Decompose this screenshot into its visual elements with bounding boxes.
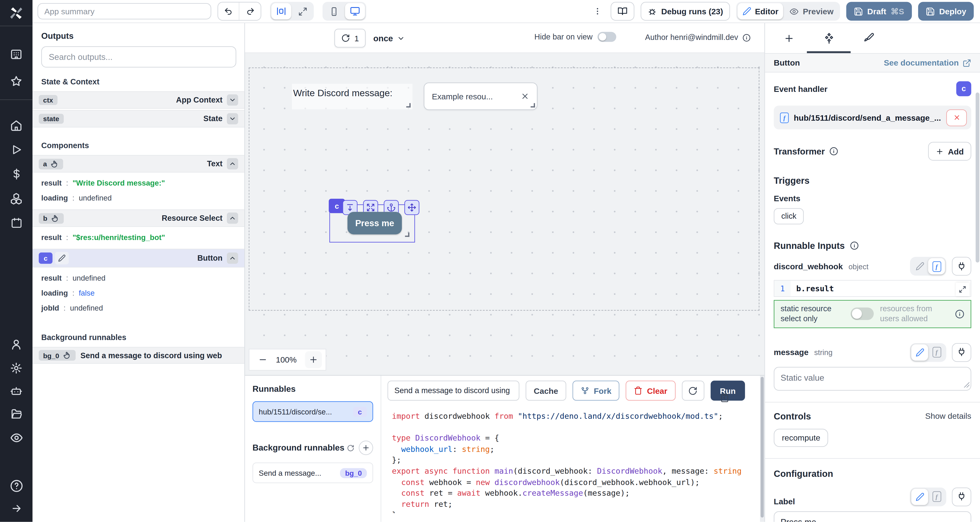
refresh-count: 1 xyxy=(354,33,359,43)
zoom-in-button[interactable] xyxy=(305,351,322,368)
sidebar-item-workspace[interactable] xyxy=(0,48,32,60)
clear-button[interactable]: Clear xyxy=(626,381,675,401)
sidebar-item-workers[interactable] xyxy=(0,385,32,398)
add-transformer-button[interactable]: Add xyxy=(928,142,971,161)
sidebar-item-settings[interactable] xyxy=(0,362,32,374)
mobile-view-button[interactable] xyxy=(324,3,344,19)
event-handler-script[interactable]: f hub/1511/discord/send_a_message_... xyxy=(774,106,971,129)
tab-insert[interactable] xyxy=(769,23,809,53)
connect-input-plug-icon[interactable] xyxy=(952,257,971,275)
resize-handle[interactable] xyxy=(406,103,410,108)
app-canvas[interactable]: Write Discord message: Example resou... … xyxy=(245,53,764,375)
remove-handler-button[interactable] xyxy=(946,109,967,126)
refresh-button[interactable] xyxy=(682,381,704,401)
add-background-runnable-button[interactable] xyxy=(359,441,373,455)
search-outputs-input[interactable] xyxy=(41,46,236,68)
eval-mode-function-icon[interactable]: f xyxy=(928,489,945,505)
sidebar-item-home[interactable] xyxy=(0,119,32,132)
fork-button[interactable]: Fork xyxy=(573,381,619,401)
zoom-level: 100% xyxy=(271,355,301,364)
textarea-resize-grip[interactable] xyxy=(964,382,969,387)
output-row-ctx[interactable]: ctx App Context xyxy=(32,91,244,109)
draft-button[interactable]: Draft ⌘S xyxy=(846,2,912,21)
sidebar-item-help[interactable] xyxy=(0,479,32,492)
show-details-link[interactable]: Show details xyxy=(925,411,971,420)
static-mode-pencil-icon[interactable] xyxy=(911,344,928,360)
sidebar-expand-icon[interactable] xyxy=(0,503,32,514)
desktop-view-button[interactable] xyxy=(345,3,365,19)
tab-theme[interactable] xyxy=(849,23,889,53)
sidebar-item-folders[interactable] xyxy=(0,408,32,420)
pencil-icon[interactable] xyxy=(55,252,69,264)
move-icon[interactable] xyxy=(404,200,420,215)
connect-input-plug-icon[interactable] xyxy=(952,343,971,361)
chevron-down-icon[interactable] xyxy=(227,94,238,106)
connect-input-plug-icon[interactable] xyxy=(952,487,971,506)
trash-icon xyxy=(634,386,643,395)
recompute-chip[interactable]: recompute xyxy=(774,428,829,447)
code-line: } xyxy=(392,509,764,513)
sidebar-item-users[interactable] xyxy=(0,338,32,351)
resource-mode-toggle[interactable] xyxy=(851,308,874,320)
tab-editor[interactable]: Editor xyxy=(738,3,784,19)
component-row-b[interactable]: b Resource Select xyxy=(32,209,244,227)
sidebar-item-favorites[interactable] xyxy=(0,75,32,88)
resize-handle[interactable] xyxy=(405,232,409,237)
eval-mode-function-icon[interactable]: f xyxy=(928,344,945,360)
tab-preview[interactable]: Preview xyxy=(785,3,838,19)
deploy-button[interactable]: Deploy xyxy=(918,2,974,21)
sidebar-item-resources[interactable] xyxy=(0,193,32,205)
static-mode-pencil-icon[interactable] xyxy=(911,258,928,274)
kebab-menu-icon[interactable] xyxy=(590,6,605,16)
redo-button[interactable] xyxy=(239,3,261,20)
code-editor[interactable]: import discordwebhook from "https://deno… xyxy=(381,407,765,513)
chevron-down-icon[interactable] xyxy=(227,113,238,124)
refresh-icon xyxy=(688,386,698,395)
docs-button[interactable] xyxy=(611,2,635,21)
expand-editor-icon[interactable] xyxy=(956,282,970,296)
clear-selection-icon[interactable] xyxy=(520,92,530,101)
settings-scrollbar[interactable] xyxy=(976,76,980,264)
runnable-name-input[interactable] xyxy=(387,381,519,401)
tab-settings[interactable] xyxy=(809,23,849,53)
editor-scrollbar[interactable] xyxy=(760,376,764,522)
bg-runnable-item[interactable]: Send a message... bg_0 xyxy=(253,463,373,483)
runnable-item-selected[interactable]: hub/1511/discord/se... c xyxy=(253,401,373,422)
run-mode-select[interactable]: once xyxy=(373,33,405,43)
eval-mode-function-icon[interactable]: f xyxy=(928,258,945,274)
message-static-value-input[interactable] xyxy=(774,367,971,390)
button-component-selection[interactable]: c Press me xyxy=(329,204,415,242)
see-documentation-link[interactable]: See documentation xyxy=(884,58,971,67)
chevron-up-icon[interactable] xyxy=(227,158,238,169)
component-a-outputs: result:"Write Discord message:" loading:… xyxy=(32,174,244,209)
refresh-count-button[interactable]: 1 xyxy=(334,29,366,48)
hide-bar-toggle[interactable] xyxy=(598,32,616,42)
chevron-up-icon[interactable] xyxy=(227,253,238,264)
resize-handle[interactable] xyxy=(531,103,535,108)
sidebar-item-audit-logs[interactable] xyxy=(0,431,32,444)
label-value-input[interactable]: Press me xyxy=(774,511,971,522)
windmill-logo-icon[interactable] xyxy=(0,5,32,21)
background-runnable-row[interactable]: bg_0 Send a message to discord using web… xyxy=(32,347,244,364)
text-component[interactable]: Write Discord message: xyxy=(292,84,413,109)
component-row-a[interactable]: a Text xyxy=(32,155,244,172)
centered-layout-button[interactable] xyxy=(271,3,291,19)
cache-button[interactable]: Cache xyxy=(526,381,566,401)
sidebar-item-runs[interactable] xyxy=(0,144,32,156)
zoom-out-button[interactable] xyxy=(258,355,267,364)
sidebar-item-schedules[interactable] xyxy=(0,217,32,229)
sidebar-item-variables[interactable] xyxy=(0,168,32,180)
chevron-up-icon[interactable] xyxy=(227,213,238,224)
debug-runs-button[interactable]: Debug runs (23) xyxy=(641,2,730,21)
fullscreen-layout-button[interactable] xyxy=(293,3,312,19)
component-row-c[interactable]: c Button xyxy=(32,249,244,268)
resources-from-users-label: resources from users allowed xyxy=(880,304,949,324)
resource-select-component[interactable]: Example resou... xyxy=(424,83,538,110)
copy-code-icon[interactable] xyxy=(720,393,729,403)
press-me-button[interactable]: Press me xyxy=(348,212,402,234)
output-row-state[interactable]: state State xyxy=(32,110,244,127)
undo-button[interactable] xyxy=(218,3,240,20)
static-mode-pencil-icon[interactable] xyxy=(911,489,928,505)
app-summary-input[interactable] xyxy=(37,3,211,19)
discord-webhook-expr-editor[interactable]: 1 b.result xyxy=(774,280,971,297)
